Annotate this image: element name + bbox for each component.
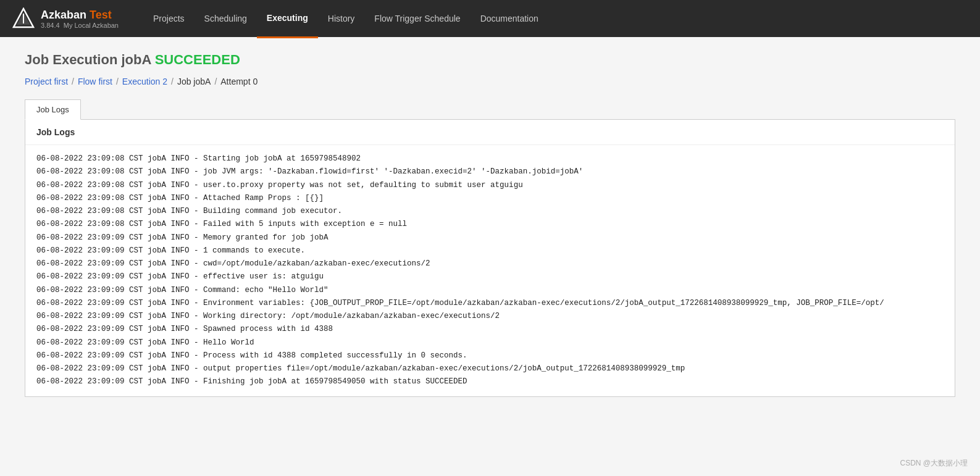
main-content: Job Execution jobA SUCCEEDED Project fir…	[0, 37, 980, 476]
breadcrumb-project-link[interactable]: Project first	[25, 77, 68, 86]
status-badge: SUCCEEDED	[155, 52, 240, 67]
tab-job-logs[interactable]: Job Logs	[25, 99, 81, 120]
nav-link-flow-trigger[interactable]: Flow Trigger Schedule	[364, 0, 470, 37]
nav-item-history[interactable]: History	[318, 0, 365, 37]
nav-links: Projects Scheduling Executing History Fl…	[143, 0, 548, 38]
watermark: CSDN @大数据小理	[900, 458, 968, 469]
navbar: Azkaban Test 3.84.4 My Local Azkaban Pro…	[0, 0, 980, 37]
breadcrumb-sep-3: /	[171, 77, 174, 86]
breadcrumb-flow-link[interactable]: Flow first	[78, 77, 112, 86]
azkaban-logo-icon	[12, 7, 35, 30]
nav-item-scheduling[interactable]: Scheduling	[195, 0, 257, 37]
page-title: Job Execution jobA SUCCEEDED	[25, 52, 955, 68]
breadcrumb-job: Job jobA	[177, 77, 211, 86]
nav-link-executing[interactable]: Executing	[257, 0, 318, 38]
nav-item-documentation[interactable]: Documentation	[471, 0, 548, 37]
breadcrumb: Project first / Flow first / Execution 2…	[25, 77, 955, 86]
breadcrumb-sep-4: /	[214, 77, 217, 86]
nav-item-executing[interactable]: Executing	[257, 0, 318, 38]
brand-text: Azkaban Test 3.84.4 My Local Azkaban	[41, 9, 119, 29]
nav-link-documentation[interactable]: Documentation	[471, 0, 548, 37]
breadcrumb-sep-1: /	[72, 77, 74, 86]
brand-subtitle: 3.84.4 My Local Azkaban	[41, 22, 119, 29]
nav-link-projects[interactable]: Projects	[143, 0, 195, 37]
tab-bar: Job Logs	[25, 99, 955, 120]
breadcrumb-attempt: Attempt 0	[220, 77, 258, 86]
brand-logo-link[interactable]: Azkaban Test 3.84.4 My Local Azkaban	[12, 7, 119, 30]
nav-item-flow-trigger[interactable]: Flow Trigger Schedule	[364, 0, 470, 37]
breadcrumb-execution-link[interactable]: Execution 2	[122, 77, 167, 86]
log-header: Job Logs	[25, 120, 955, 145]
nav-link-history[interactable]: History	[318, 0, 365, 37]
nav-item-projects[interactable]: Projects	[143, 0, 195, 37]
brand-name: Azkaban Test	[41, 9, 119, 22]
log-section: Job Logs 06-08-2022 23:09:08 CST jobA IN…	[25, 120, 955, 397]
nav-link-scheduling[interactable]: Scheduling	[195, 0, 257, 37]
log-body: 06-08-2022 23:09:08 CST jobA INFO - Star…	[25, 145, 955, 396]
breadcrumb-sep-2: /	[116, 77, 119, 86]
